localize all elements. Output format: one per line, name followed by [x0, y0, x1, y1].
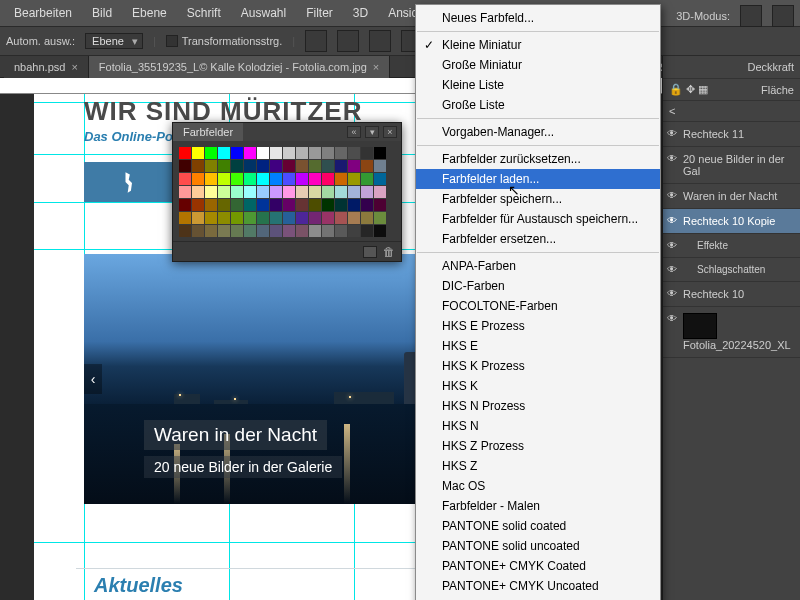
- menu-item[interactable]: Große Miniatur: [416, 55, 660, 75]
- swatch-cell[interactable]: [270, 173, 282, 185]
- swatch-cell[interactable]: [296, 186, 308, 198]
- layer-row[interactable]: 👁Rechteck 10: [663, 282, 800, 307]
- swatch-cell[interactable]: [244, 160, 256, 172]
- swatch-cell[interactable]: [257, 147, 269, 159]
- swatch-cell[interactable]: [244, 173, 256, 185]
- menu-auswahl[interactable]: Auswahl: [231, 0, 296, 26]
- menu-item[interactable]: PANTONE solid coated: [416, 516, 660, 536]
- swatch-cell[interactable]: [361, 147, 373, 159]
- swatch-cell[interactable]: [179, 199, 191, 211]
- swatch-cell[interactable]: [374, 186, 386, 198]
- transform-controls-checkbox[interactable]: Transformationsstrg.: [166, 35, 282, 47]
- layer-row[interactable]: 👁Rechteck 11: [663, 122, 800, 147]
- close-icon[interactable]: ×: [71, 56, 77, 78]
- swatch-cell[interactable]: [270, 212, 282, 224]
- swatch-cell[interactable]: [374, 212, 386, 224]
- mode3d-icon[interactable]: [740, 5, 762, 27]
- menu-item[interactable]: PANTONE+ Color Bridge Coated: [416, 596, 660, 600]
- swatch-cell[interactable]: [179, 160, 191, 172]
- swatch-cell[interactable]: [231, 225, 243, 237]
- swatch-cell[interactable]: [283, 147, 295, 159]
- swatch-cell[interactable]: [309, 225, 321, 237]
- swatch-cell[interactable]: [179, 186, 191, 198]
- menu-filter[interactable]: Filter: [296, 0, 343, 26]
- menu-item[interactable]: PANTONE+ CMYK Coated: [416, 556, 660, 576]
- visibility-icon[interactable]: 👁: [667, 215, 677, 226]
- swatch-cell[interactable]: [361, 186, 373, 198]
- visibility-icon[interactable]: 👁: [667, 190, 677, 201]
- swatch-cell[interactable]: [361, 199, 373, 211]
- delete-swatch-icon[interactable]: 🗑: [383, 245, 395, 259]
- swatch-cell[interactable]: [179, 147, 191, 159]
- swatch-cell[interactable]: [218, 225, 230, 237]
- swatch-cell[interactable]: [257, 173, 269, 185]
- swatch-cell[interactable]: [322, 225, 334, 237]
- align-icon[interactable]: [337, 30, 359, 52]
- swatch-cell[interactable]: [231, 160, 243, 172]
- menu-item[interactable]: Große Liste: [416, 95, 660, 115]
- swatch-cell[interactable]: [257, 225, 269, 237]
- swatch-cell[interactable]: [257, 199, 269, 211]
- swatch-cell[interactable]: [361, 173, 373, 185]
- swatch-cell[interactable]: [218, 186, 230, 198]
- visibility-icon[interactable]: 👁: [667, 153, 677, 164]
- swatch-cell[interactable]: [205, 147, 217, 159]
- swatch-cell[interactable]: [179, 173, 191, 185]
- swatch-cell[interactable]: [348, 186, 360, 198]
- swatch-cell[interactable]: [218, 173, 230, 185]
- align-icon[interactable]: [369, 30, 391, 52]
- swatch-cell[interactable]: [322, 147, 334, 159]
- close-icon[interactable]: ×: [373, 56, 379, 78]
- lock-icon[interactable]: 🔒: [669, 83, 683, 96]
- swatch-cell[interactable]: [205, 173, 217, 185]
- swatch-cell[interactable]: [257, 212, 269, 224]
- swatch-cell[interactable]: [283, 160, 295, 172]
- visibility-icon[interactable]: 👁: [667, 240, 677, 251]
- auto-select-dropdown[interactable]: Ebene: [85, 33, 143, 49]
- swatch-cell[interactable]: [244, 212, 256, 224]
- layer-row[interactable]: 👁Rechteck 10 Kopie: [663, 209, 800, 234]
- swatch-cell[interactable]: [309, 186, 321, 198]
- menu-item[interactable]: HKS N: [416, 416, 660, 436]
- swatch-cell[interactable]: [218, 212, 230, 224]
- swatch-cell[interactable]: [283, 199, 295, 211]
- swatch-cell[interactable]: [192, 147, 204, 159]
- swatch-cell[interactable]: [231, 212, 243, 224]
- menu-item[interactable]: PANTONE solid uncoated: [416, 536, 660, 556]
- swatch-cell[interactable]: [322, 173, 334, 185]
- swatches-panel[interactable]: Farbfelder « ▾ × 🗑: [172, 122, 402, 262]
- menu-bild[interactable]: Bild: [82, 0, 122, 26]
- visibility-icon[interactable]: 👁: [667, 288, 677, 299]
- swatch-cell[interactable]: [244, 199, 256, 211]
- swatch-cell[interactable]: [231, 199, 243, 211]
- menu-item[interactable]: Farbfelder laden...: [416, 169, 660, 189]
- swatches-flyout-menu[interactable]: Neues Farbfeld...Kleine MiniaturGroße Mi…: [415, 4, 661, 600]
- nav-logo-tile[interactable]: [84, 162, 179, 202]
- swatch-cell[interactable]: [309, 212, 321, 224]
- swatch-cell[interactable]: [192, 212, 204, 224]
- panel-close-icon[interactable]: ×: [383, 126, 397, 138]
- swatch-cell[interactable]: [361, 225, 373, 237]
- swatch-cell[interactable]: [205, 212, 217, 224]
- swatch-cell[interactable]: [296, 173, 308, 185]
- swatch-cell[interactable]: [374, 225, 386, 237]
- swatch-cell[interactable]: [309, 199, 321, 211]
- document-tab[interactable]: Fotolia_35519235_L© Kalle Kolodziej - Fo…: [89, 56, 390, 78]
- visibility-icon[interactable]: 👁: [667, 128, 677, 139]
- menu-item[interactable]: Farbfelder - Malen: [416, 496, 660, 516]
- menu-schrift[interactable]: Schrift: [177, 0, 231, 26]
- blend-mode-dropdown[interactable]: [720, 60, 743, 74]
- layer-row[interactable]: 👁Waren in der Nacht: [663, 184, 800, 209]
- swatch-cell[interactable]: [192, 225, 204, 237]
- swatch-cell[interactable]: [244, 225, 256, 237]
- swatch-cell[interactable]: [322, 186, 334, 198]
- swatch-cell[interactable]: [218, 147, 230, 159]
- menu-item[interactable]: HKS E Prozess: [416, 316, 660, 336]
- swatch-cell[interactable]: [179, 212, 191, 224]
- visibility-icon[interactable]: 👁: [667, 264, 677, 275]
- swatch-cell[interactable]: [309, 173, 321, 185]
- layer-row[interactable]: 👁20 neue Bilder in der Gal: [663, 147, 800, 184]
- swatch-cell[interactable]: [283, 212, 295, 224]
- swatch-cell[interactable]: [218, 160, 230, 172]
- swatch-cell[interactable]: [218, 199, 230, 211]
